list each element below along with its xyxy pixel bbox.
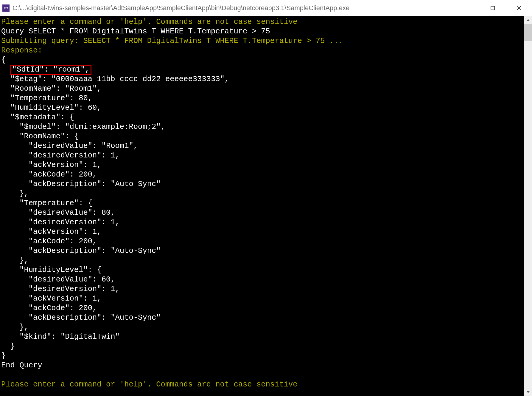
app-window: C:\ C:\...\digital-twins-samples-master\… [0, 0, 532, 396]
submitting-line: Submitting query: SELECT * FROM DigitalT… [1, 37, 343, 45]
json-line: "desiredVersion": 1, [1, 151, 120, 160]
json-line: "$kind": "DigitalTwin" [1, 332, 120, 341]
end-query-line: End Query [1, 361, 42, 370]
vertical-scrollbar[interactable] [524, 16, 532, 396]
scroll-track[interactable] [524, 24, 532, 388]
json-line: "ackCode": 200, [1, 304, 97, 313]
json-line: "ackVersion": 1, [1, 294, 102, 303]
scroll-up-button[interactable] [524, 16, 532, 24]
json-line: "desiredValue": "Room1", [1, 142, 138, 150]
json-line: "desiredValue": 60, [1, 275, 115, 284]
prompt-line: Please enter a command or 'help'. Comman… [1, 380, 298, 389]
window-controls [453, 0, 532, 16]
json-line: "RoomName": { [1, 132, 79, 141]
json-line: "HumidityLevel": 60, [1, 103, 102, 112]
json-line [1, 65, 10, 74]
json-open: { [1, 56, 6, 64]
maximize-icon [490, 6, 495, 10]
minimize-icon [464, 6, 469, 10]
titlebar[interactable]: C:\ C:\...\digital-twins-samples-master\… [0, 0, 532, 16]
scroll-down-button[interactable] [524, 388, 532, 396]
json-line: "HumidityLevel": { [1, 266, 102, 274]
chevron-down-icon [527, 391, 530, 393]
json-line: "desiredVersion": 1, [1, 218, 120, 227]
dtid-highlight: "$dtId": "room1", [10, 65, 91, 75]
json-line: "Temperature": 80, [1, 94, 92, 103]
close-icon [516, 5, 522, 11]
json-line: "ackVersion": 1, [1, 228, 102, 236]
console-output[interactable]: Please enter a command or 'help'. Comman… [0, 16, 524, 396]
json-line: "ackDescription": "Auto-Sync" [1, 313, 161, 322]
scroll-thumb[interactable] [524, 24, 532, 41]
prompt-line: Please enter a command or 'help'. Comman… [1, 18, 298, 26]
window-title: C:\...\digital-twins-samples-master\AdtS… [13, 4, 453, 12]
app-icon: C:\ [2, 4, 10, 12]
maximize-button[interactable] [480, 0, 506, 16]
json-line: }, [1, 189, 29, 198]
json-line: "$etag": "0000aaaa-11bb-cccc-dd22-eeeeee… [1, 75, 229, 83]
json-line: "ackDescription": "Auto-Sync" [1, 247, 161, 255]
json-line: "Temperature": { [1, 199, 92, 208]
json-line: "ackDescription": "Auto-Sync" [1, 180, 161, 188]
json-line: }, [1, 256, 29, 265]
query-input-line: Query SELECT * FROM DigitalTwins T WHERE… [1, 27, 270, 36]
json-line: "ackCode": 200, [1, 237, 97, 246]
json-line: "ackCode": 200, [1, 170, 97, 179]
json-line: "desiredVersion": 1, [1, 285, 120, 293]
json-line: } [1, 342, 15, 351]
minimize-button[interactable] [453, 0, 480, 16]
response-label: Response: [1, 46, 42, 55]
json-line: }, [1, 323, 29, 332]
chevron-up-icon [527, 19, 530, 21]
json-line: "RoomName": "Room1", [1, 84, 102, 93]
json-line: "$metadata": { [1, 113, 74, 122]
json-line: "ackVersion": 1, [1, 161, 102, 169]
json-line: "$model": "dtmi:example:Room;2", [1, 123, 165, 131]
close-button[interactable] [506, 0, 532, 16]
json-close: } [1, 352, 6, 360]
json-line: "desiredValue": 80, [1, 208, 115, 217]
client-area: Please enter a command or 'help'. Comman… [0, 16, 532, 396]
svg-rect-1 [491, 6, 494, 10]
